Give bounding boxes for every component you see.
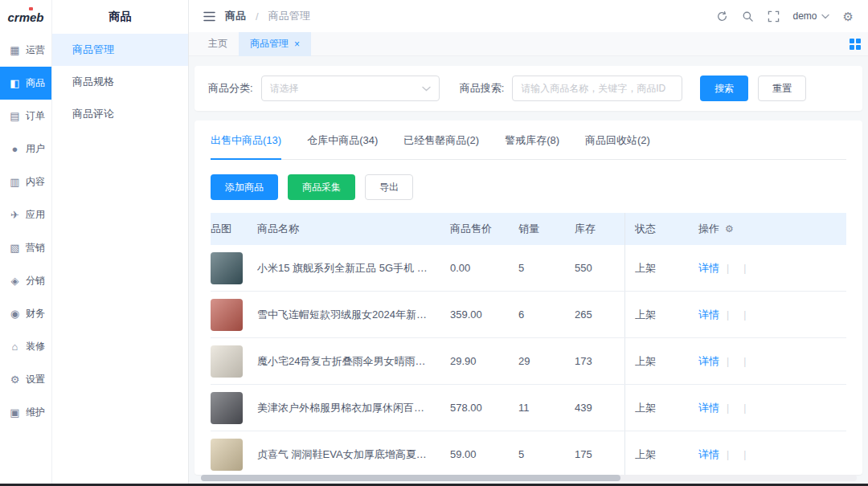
- table-toolbar: 添加商品 商品采集 导出: [211, 174, 846, 200]
- table-row: 小米15 旗舰系列全新正品 5G手机 徕卡影像 Xiao... 0.00 5 5…: [211, 245, 846, 292]
- action-divider: |: [727, 402, 729, 414]
- column-settings-gear-icon[interactable]: ⚙: [725, 223, 734, 235]
- action-divider: |: [743, 449, 746, 460]
- category-filter-label: 商品分类:: [208, 81, 253, 96]
- col-header-action: 操作 ⚙: [689, 213, 846, 245]
- product-price: 359.00: [450, 308, 518, 321]
- user-menu[interactable]: demo: [793, 10, 829, 22]
- chevron-down-icon: [422, 86, 431, 92]
- rail-item-operations[interactable]: ▦ 运营: [0, 34, 51, 67]
- product-image: [211, 299, 243, 331]
- marketing-icon: ▧: [9, 242, 21, 254]
- action-divider: |: [727, 263, 729, 274]
- rail-item-apps[interactable]: ✈ 应用: [0, 198, 51, 231]
- rail-item-label: 应用: [26, 208, 45, 222]
- rail-item-label: 装修: [26, 340, 45, 353]
- tab-stock-alert[interactable]: 警戒库存(8): [505, 133, 559, 159]
- horizontal-scrollbar-thumb[interactable]: [201, 475, 620, 481]
- tab-recycle-bin[interactable]: 商品回收站(2): [585, 133, 650, 159]
- goods-search-input[interactable]: [512, 76, 682, 101]
- page-tab-home[interactable]: 主页: [197, 32, 239, 56]
- product-stock: 173: [575, 355, 624, 367]
- detail-link[interactable]: 详情: [698, 354, 719, 369]
- rail-item-label: 订单: [26, 109, 45, 123]
- rail-item-label: 用户: [26, 142, 45, 156]
- rail-item-label: 营销: [26, 241, 45, 255]
- breadcrumb-separator: /: [256, 10, 259, 22]
- page-tabs-bar: 主页 商品管理 ×: [189, 32, 868, 56]
- close-tab-icon[interactable]: ×: [294, 39, 300, 50]
- detail-link[interactable]: 详情: [698, 261, 719, 276]
- finance-icon: ◉: [9, 308, 21, 320]
- table-row: 雪中飞连帽短款羽绒服女2024年新款韩版小个子... 359.00 6 265 …: [211, 292, 846, 338]
- refresh-icon[interactable]: [716, 10, 728, 22]
- rail-nav: ▦ 运营 ◧ 商品 ▤ 订单 ● 用户 ▥ 内容 ✈ 应用: [0, 34, 51, 429]
- product-image: [211, 345, 243, 378]
- add-goods-button[interactable]: 添加商品: [211, 174, 278, 200]
- detail-link[interactable]: 详情: [698, 401, 719, 415]
- product-image: [211, 252, 243, 284]
- action-divider: |: [727, 449, 729, 460]
- detail-link[interactable]: 详情: [698, 308, 719, 322]
- product-stock: 550: [575, 262, 624, 274]
- fullscreen-icon[interactable]: [768, 10, 780, 22]
- product-status: 上架: [624, 385, 689, 431]
- rail-item-content[interactable]: ▥ 内容: [0, 165, 51, 198]
- submenu-item-goods-reviews[interactable]: 商品评论: [52, 98, 188, 130]
- content-icon: ▥: [9, 176, 21, 188]
- product-name: 小米15 旗舰系列全新正品 5G手机 徕卡影像 Xiao...: [257, 261, 440, 276]
- page-tab-label: 主页: [208, 37, 227, 51]
- collect-goods-button[interactable]: 商品采集: [288, 174, 355, 200]
- rail-item-decoration[interactable]: ⌂ 装修: [0, 330, 51, 363]
- breadcrumb-root[interactable]: 商品: [225, 9, 246, 23]
- product-status: 上架: [624, 245, 689, 291]
- topbar: 商品 / 商品管理 demo ⚙: [189, 0, 868, 32]
- rail-item-distribution[interactable]: ◈ 分销: [0, 264, 51, 297]
- product-price: 59.00: [450, 448, 518, 460]
- rail-item-label: 财务: [26, 307, 45, 321]
- page-tab-goods-management[interactable]: 商品管理 ×: [239, 32, 311, 56]
- product-status: 上架: [624, 292, 689, 337]
- search-button[interactable]: 搜索: [700, 76, 748, 101]
- col-header-name: 商品名称: [257, 213, 450, 245]
- collapse-menu-icon[interactable]: [203, 11, 215, 22]
- category-select[interactable]: 请选择: [261, 76, 440, 101]
- distribution-icon: ◈: [9, 275, 21, 287]
- user-icon: ●: [9, 143, 21, 155]
- rail-item-marketing[interactable]: ▧ 营销: [0, 231, 51, 264]
- product-stock: 175: [575, 448, 624, 460]
- submenu-title: 商品: [52, 0, 188, 34]
- submenu-item-goods-management[interactable]: 商品管理: [52, 34, 188, 66]
- settings-icon: ⚙: [9, 374, 21, 386]
- detail-link[interactable]: 详情: [698, 447, 719, 462]
- rail-item-users[interactable]: ● 用户: [0, 133, 51, 165]
- order-icon: ▤: [9, 110, 21, 122]
- product-status: 上架: [624, 338, 689, 384]
- submenu-item-goods-spec[interactable]: 商品规格: [52, 66, 188, 98]
- product-stock: 439: [575, 402, 624, 414]
- rail-item-label: 设置: [26, 373, 45, 386]
- reset-button[interactable]: 重置: [758, 76, 806, 101]
- rail-item-settings[interactable]: ⚙ 设置: [0, 363, 51, 396]
- theme-settings-gear-icon[interactable]: ⚙: [843, 10, 854, 22]
- rail-item-goods[interactable]: ◧ 商品: [0, 67, 51, 100]
- product-status: 上架: [624, 431, 689, 475]
- col-header-image: 品图: [211, 213, 257, 245]
- category-select-placeholder: 请选择: [270, 82, 299, 96]
- action-divider: |: [743, 402, 746, 414]
- quick-nav-grid-icon[interactable]: [850, 39, 861, 50]
- tab-sold-out[interactable]: 已经售罄商品(2): [403, 133, 479, 159]
- tab-on-sale[interactable]: 出售中商品(13): [211, 133, 281, 159]
- rail-item-orders[interactable]: ▤ 订单: [0, 100, 51, 133]
- horizontal-scrollbar: [201, 475, 857, 481]
- rail-item-finance[interactable]: ◉ 财务: [0, 297, 51, 330]
- search-icon[interactable]: [742, 10, 754, 22]
- action-divider: |: [743, 263, 746, 274]
- rail-item-maintenance[interactable]: ▣ 维护: [0, 396, 51, 429]
- export-button[interactable]: 导出: [365, 174, 413, 200]
- search-filter-label: 商品搜索:: [460, 81, 505, 96]
- maintenance-icon: ▣: [9, 406, 21, 419]
- operations-icon: ▦: [9, 44, 21, 56]
- rail-item-label: 分销: [26, 274, 45, 288]
- tab-in-warehouse[interactable]: 仓库中商品(34): [307, 133, 378, 159]
